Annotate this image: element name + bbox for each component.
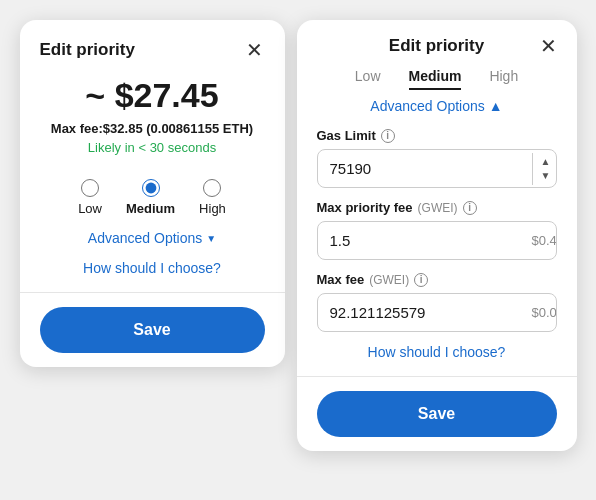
max-priority-fee-usd: $0.43 <box>532 233 557 248</box>
panels-container: Edit priority ✕ ~ $27.45 Max fee:$32.85 … <box>0 0 596 500</box>
left-close-button[interactable]: ✕ <box>244 40 265 60</box>
how-choose-left[interactable]: How should I choose? <box>40 260 265 276</box>
how-choose-right[interactable]: How should I choose? <box>317 344 557 360</box>
radio-item-medium: Medium <box>126 179 175 216</box>
right-panel-header: Edit priority ✕ <box>317 36 557 56</box>
gas-limit-up-button[interactable]: ▲ <box>539 155 553 169</box>
max-priority-fee-section: Max priority fee (GWEI) i $0.43 ▲ ▼ <box>317 200 557 260</box>
advanced-arrow-right: ▲ <box>489 98 503 114</box>
left-panel-title: Edit priority <box>40 40 135 60</box>
right-close-button[interactable]: ✕ <box>540 36 557 56</box>
max-fee-label: Max fee (GWEI) i <box>317 272 557 287</box>
radio-high-label: High <box>199 201 226 216</box>
radio-low[interactable] <box>81 179 99 197</box>
tab-low[interactable]: Low <box>355 68 381 90</box>
left-panel: Edit priority ✕ ~ $27.45 Max fee:$32.85 … <box>20 20 285 367</box>
left-save-container: Save <box>40 293 265 367</box>
gas-limit-section: Gas Limit i ▲ ▼ <box>317 128 557 188</box>
left-panel-header: Edit priority ✕ <box>40 40 265 60</box>
radio-item-low: Low <box>78 179 102 216</box>
right-panel: Edit priority ✕ Low Medium High Advanced… <box>297 20 577 451</box>
price-section: ~ $27.45 Max fee:$32.85 (0.00861155 ETH)… <box>40 76 265 169</box>
advanced-options-right[interactable]: Advanced Options ▲ <box>317 98 557 114</box>
advanced-options-left[interactable]: Advanced Options ▼ <box>40 230 265 246</box>
priority-tabs: Low Medium High <box>317 68 557 90</box>
radio-medium-label: Medium <box>126 201 175 216</box>
likely-text: Likely in < 30 seconds <box>40 140 265 155</box>
radio-medium[interactable] <box>142 179 160 197</box>
radio-item-high: High <box>199 179 226 216</box>
radio-high[interactable] <box>203 179 221 197</box>
right-save-container: Save <box>317 377 557 451</box>
gas-limit-down-button[interactable]: ▼ <box>539 169 553 183</box>
tab-high[interactable]: High <box>489 68 518 90</box>
gas-limit-input-wrapper: ▲ ▼ <box>317 149 557 188</box>
gas-limit-input[interactable] <box>318 150 532 187</box>
max-fee-info-icon[interactable]: i <box>414 273 428 287</box>
max-fee-input-wrapper: $0.00 ▲ ▼ <box>317 293 557 332</box>
left-save-button[interactable]: Save <box>40 307 265 353</box>
max-priority-fee-info-icon[interactable]: i <box>463 201 477 215</box>
radio-low-label: Low <box>78 201 102 216</box>
max-fee-usd: $0.00 <box>532 305 557 320</box>
advanced-arrow-left: ▼ <box>206 233 216 244</box>
right-panel-title: Edit priority <box>389 36 484 56</box>
gas-limit-info-icon[interactable]: i <box>381 129 395 143</box>
max-priority-fee-input-wrapper: $0.43 ▲ ▼ <box>317 221 557 260</box>
max-priority-fee-label: Max priority fee (GWEI) i <box>317 200 557 215</box>
gas-limit-label: Gas Limit i <box>317 128 557 143</box>
max-fee-text: Max fee:$32.85 (0.00861155 ETH) <box>40 121 265 136</box>
right-save-button[interactable]: Save <box>317 391 557 437</box>
tab-medium[interactable]: Medium <box>409 68 462 90</box>
max-priority-fee-input[interactable] <box>318 222 532 259</box>
priority-radio-group: Low Medium High <box>40 179 265 216</box>
max-fee-input[interactable] <box>318 294 532 331</box>
max-fee-section: Max fee (GWEI) i $0.00 ▲ ▼ <box>317 272 557 332</box>
gas-limit-stepper: ▲ ▼ <box>532 153 557 185</box>
price-display: ~ $27.45 <box>40 76 265 115</box>
